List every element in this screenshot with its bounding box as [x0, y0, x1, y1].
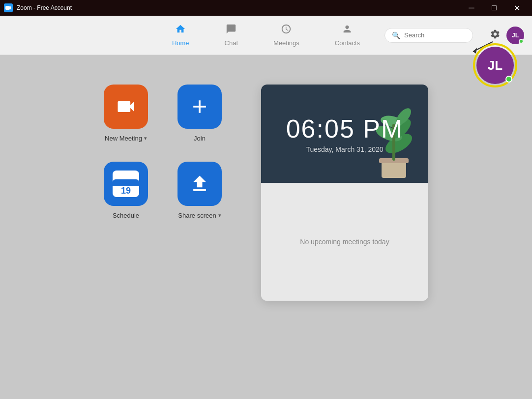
card-body: No upcoming meetings today: [261, 183, 428, 301]
avatar-initials: JL: [511, 31, 519, 39]
online-status-indicator: [505, 76, 512, 83]
share-screen-item[interactable]: Share screen ▾: [177, 162, 222, 219]
current-time: 06:05 PM: [286, 114, 404, 143]
new-meeting-label: New Meeting ▾: [105, 135, 147, 142]
main-content: New Meeting ▾ Join 19: [0, 55, 532, 399]
avatar-large-initials: JL: [488, 58, 502, 73]
share-screen-label: Share screen ▾: [178, 212, 221, 219]
chevron-down-icon: ▾: [144, 135, 147, 142]
avatar-ring[interactable]: JL: [473, 43, 517, 87]
minimize-button[interactable]: ─: [460, 0, 483, 16]
tab-chat[interactable]: Chat: [217, 20, 246, 51]
tab-chat-label: Chat: [225, 39, 238, 47]
share-screen-button[interactable]: [177, 162, 222, 206]
svg-marker-1: [10, 6, 11, 10]
calendar-number: 19: [121, 186, 131, 195]
no-meetings-text: No upcoming meetings today: [300, 238, 389, 246]
zoom-logo-icon: [4, 3, 13, 12]
tab-meetings-label: Meetings: [273, 39, 299, 47]
join-label: Join: [194, 135, 206, 142]
tab-contacts[interactable]: Contacts: [327, 20, 368, 51]
chevron-down-icon-2: ▾: [218, 212, 221, 219]
avatar[interactable]: JL: [506, 27, 524, 44]
schedule-label: Schedule: [113, 212, 139, 219]
window-title: Zoom - Free Account: [17, 4, 72, 11]
calendar-card: 06:05 PM Tuesday, March 31, 2020 No upco…: [261, 85, 428, 301]
online-status-dot: [519, 39, 524, 44]
card-header: 06:05 PM Tuesday, March 31, 2020: [261, 85, 428, 183]
current-date: Tuesday, March 31, 2020: [286, 145, 404, 153]
action-grid: New Meeting ▾ Join 19: [104, 85, 222, 219]
meetings-icon: [281, 24, 292, 37]
top-nav: Home Chat Meetings: [0, 16, 532, 55]
calendar-top: [113, 179, 139, 186]
svg-rect-2: [382, 161, 406, 178]
tab-home-label: Home: [172, 39, 189, 47]
search-box[interactable]: 🔍: [384, 28, 473, 43]
card-time-section: 06:05 PM Tuesday, March 31, 2020: [286, 114, 404, 153]
tab-contacts-label: Contacts: [335, 39, 360, 47]
maximize-button[interactable]: □: [483, 0, 505, 16]
search-icon: 🔍: [392, 31, 400, 39]
nav-tabs: Home Chat Meetings: [164, 20, 368, 51]
avatar-container[interactable]: JL: [506, 27, 524, 44]
schedule-button[interactable]: 19: [104, 162, 148, 206]
window-controls: ─ □ ✕: [460, 0, 528, 16]
search-input[interactable]: [404, 31, 466, 39]
join-button[interactable]: [177, 85, 222, 129]
tab-meetings[interactable]: Meetings: [266, 20, 307, 51]
new-meeting-item[interactable]: New Meeting ▾: [104, 85, 148, 142]
new-meeting-button[interactable]: [104, 85, 148, 129]
schedule-item[interactable]: 19 Schedule: [104, 162, 148, 219]
settings-button[interactable]: [490, 28, 501, 42]
tab-home[interactable]: Home: [164, 20, 197, 51]
close-button[interactable]: ✕: [505, 0, 528, 16]
chat-icon: [226, 24, 236, 37]
calendar-icon: 19: [113, 171, 139, 197]
svg-rect-0: [5, 6, 10, 10]
contacts-icon: [342, 24, 353, 37]
title-bar: Zoom - Free Account ─ □ ✕: [0, 0, 532, 16]
title-bar-left: Zoom - Free Account: [4, 3, 72, 12]
home-icon: [175, 24, 186, 37]
join-item[interactable]: Join: [177, 85, 222, 142]
